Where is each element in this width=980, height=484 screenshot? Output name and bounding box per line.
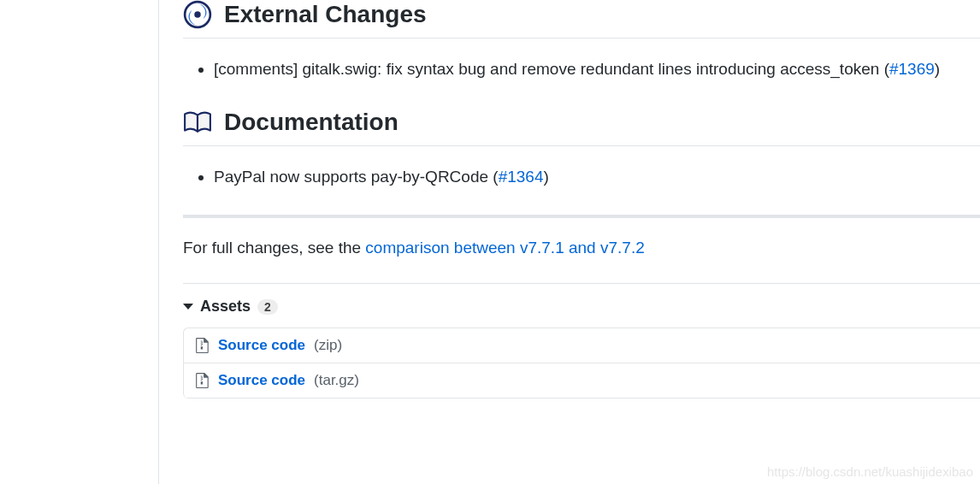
watermark-text: https://blog.csdn.net/kuashijidexibao [767, 464, 973, 479]
item-text-after: ) [544, 168, 549, 186]
asset-name: Source code [218, 337, 305, 354]
open-book-icon [183, 108, 212, 137]
asset-ext: (zip) [314, 337, 342, 354]
item-text: PayPal now supports pay-by-QRCode ( [214, 168, 499, 186]
section-heading-documentation: Documentation [183, 108, 980, 146]
cyclone-icon [183, 0, 212, 29]
full-changes-prefix: For full changes, see the [183, 239, 365, 257]
issue-link[interactable]: #1364 [499, 168, 544, 186]
section-title: Documentation [224, 109, 398, 136]
full-changes-text: For full changes, see the comparison bet… [183, 239, 980, 257]
caret-down-icon [183, 304, 193, 310]
list-item: [comments] gitalk.swig: fix syntax bug a… [214, 57, 980, 82]
assets-list: Source code (zip) Source code (tar.gz) [183, 328, 980, 398]
asset-ext: (tar.gz) [314, 372, 359, 389]
list-item: PayPal now supports pay-by-QRCode (#1364… [214, 165, 980, 190]
item-text-after: ) [935, 60, 940, 78]
asset-name: Source code [218, 372, 305, 389]
file-zip-icon [196, 338, 210, 353]
item-text: [comments] gitalk.swig: fix syntax bug a… [214, 60, 889, 78]
external-changes-list: [comments] gitalk.swig: fix syntax bug a… [183, 57, 980, 82]
vertical-divider [158, 0, 159, 484]
documentation-list: PayPal now supports pay-by-QRCode (#1364… [183, 165, 980, 190]
assets-toggle[interactable]: Assets 2 [183, 298, 980, 316]
horizontal-rule [183, 215, 980, 218]
section-title: External Changes [224, 1, 427, 28]
asset-row: Source code (zip) [184, 328, 980, 363]
issue-link[interactable]: #1369 [889, 60, 935, 78]
asset-row: Source code (tar.gz) [184, 363, 980, 398]
comparison-link[interactable]: comparison between v7.7.1 and v7.7.2 [365, 239, 644, 257]
release-body: External Changes [comments] gitalk.swig:… [183, 0, 980, 398]
assets-count-badge: 2 [257, 299, 278, 315]
assets-label: Assets [200, 298, 251, 316]
file-zip-icon [196, 373, 210, 388]
asset-link[interactable]: Source code (tar.gz) [196, 372, 359, 389]
svg-point-1 [194, 11, 200, 17]
horizontal-rule-thin [183, 283, 980, 284]
section-heading-external: External Changes [183, 0, 980, 38]
asset-link[interactable]: Source code (zip) [196, 337, 342, 354]
